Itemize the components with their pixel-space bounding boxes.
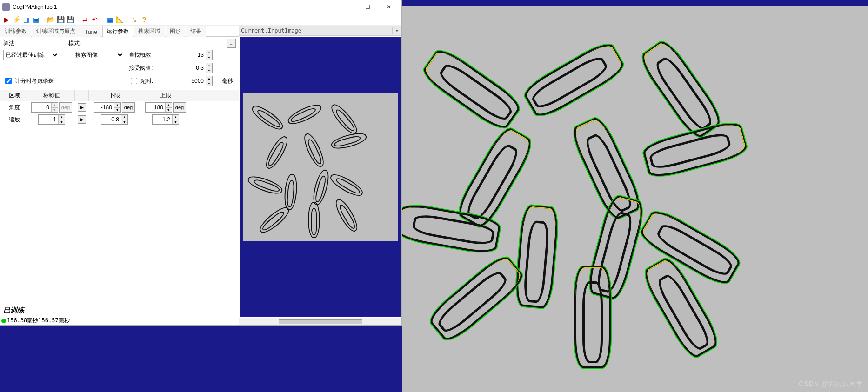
disk-icon[interactable]: ▣ xyxy=(32,15,40,24)
tab-5[interactable]: 图形 xyxy=(166,26,185,37)
paperclip-shape xyxy=(286,101,324,128)
accept-input[interactable] xyxy=(186,63,206,73)
detected-paperclip xyxy=(521,38,628,121)
paperclip-shape xyxy=(249,102,286,133)
collapse-button[interactable]: ⌄ xyxy=(227,39,236,48)
timeout-label: 超时: xyxy=(140,77,153,85)
mode-select[interactable]: 搜索图像 xyxy=(73,50,124,60)
algo-select[interactable]: 已经过最佳训练 xyxy=(3,50,59,60)
params-panel: 训练参数训练区域与原点Tune运行参数搜索区域图形结果 算法: 模式: ⌄ 已经… xyxy=(0,26,239,325)
numbers-icon[interactable]: ▦ xyxy=(106,15,114,24)
range-table: 区域标称值下限上限 角度▲▼deg▶▲▼deg▲▼deg缩放▲▼▶▲▼▲▼ xyxy=(0,90,239,126)
minimize-button[interactable]: — xyxy=(335,1,357,13)
timing-text: 156.38毫秒156.57毫秒 xyxy=(7,317,70,325)
save-icon[interactable]: 💾 xyxy=(56,15,65,24)
window-title: CogPMAlignTool1 xyxy=(13,4,335,10)
paperclip-shape xyxy=(301,131,327,169)
undo-icon[interactable]: ↶ xyxy=(91,15,99,24)
timing-status: 156.38毫秒156.57毫秒 xyxy=(0,316,239,325)
lightning-icon[interactable]: ⚡ xyxy=(12,15,20,24)
tab-1[interactable]: 训练区域与原点 xyxy=(32,26,80,37)
detected-paperclip xyxy=(425,252,527,346)
timeout-input[interactable] xyxy=(186,76,206,86)
nominal-spinner[interactable]: ▲▼ xyxy=(31,102,58,113)
lo-spinner[interactable]: ▲▼ xyxy=(101,114,128,125)
find-count-input[interactable] xyxy=(186,50,206,60)
col-header: 区域 xyxy=(0,90,28,101)
col-header: 上限 xyxy=(140,90,191,101)
page1-icon[interactable]: ▥ xyxy=(22,15,30,24)
tab-6[interactable]: 结果 xyxy=(186,26,206,37)
algo-label: 算法: xyxy=(3,40,68,47)
app-icon xyxy=(2,3,10,11)
image-source-label: Current.InputImage xyxy=(241,27,301,34)
tab-3[interactable]: 运行参数 xyxy=(102,26,133,37)
tab-0[interactable]: 训练参数 xyxy=(0,26,31,37)
input-image-canvas[interactable] xyxy=(240,37,401,317)
range-row-label: 缩放 xyxy=(0,116,28,124)
paperclip-shape xyxy=(308,202,320,238)
mode-label: 模式: xyxy=(68,40,129,47)
paperclip-shape xyxy=(262,134,291,172)
unit-button[interactable]: deg xyxy=(122,102,135,113)
detected-paperclip xyxy=(574,266,611,368)
open-icon[interactable]: 📂 xyxy=(47,15,55,24)
watermark-text: CSDN @郭贝贝同学 xyxy=(799,380,863,388)
lo-spinner[interactable]: ▲▼ xyxy=(94,102,121,113)
find-count-spinner[interactable]: ▲▼ xyxy=(186,50,213,60)
tool-window: CogPMAlignTool1 — ☐ ✕ ▶ ⚡ ▥ ▣ 📂 💾 💾 ⇄ ↶ … xyxy=(0,0,402,326)
output-image-canvas[interactable]: CSDN @郭贝贝同学 xyxy=(402,6,868,392)
toolbar: ▶ ⚡ ▥ ▣ 📂 💾 💾 ⇄ ↶ ▦ 📐 ↘ ? xyxy=(0,13,401,26)
paperclip-shape xyxy=(257,204,292,236)
score-noise-label: 计分时考虑杂斑 xyxy=(15,77,54,85)
range-row: 角度▲▼deg▶▲▼deg▲▼deg xyxy=(0,101,239,113)
accept-spinner[interactable]: ▲▼ xyxy=(186,63,213,73)
col-header: 下限 xyxy=(89,90,140,101)
paperclip-shape xyxy=(330,130,368,151)
nominal-spinner[interactable]: ▲▼ xyxy=(38,114,65,125)
unit-button[interactable]: deg xyxy=(173,102,186,113)
col-header: 标称值 xyxy=(28,90,75,101)
titlebar: CogPMAlignTool1 — ☐ ✕ xyxy=(0,0,401,13)
timeout-spinner[interactable]: ▲▼ xyxy=(186,76,213,86)
tab-2[interactable]: Tune xyxy=(80,27,101,37)
tab-4[interactable]: 搜索区域 xyxy=(134,26,165,37)
unit-button[interactable]: deg xyxy=(59,102,72,113)
image-scrollbar[interactable] xyxy=(239,318,401,325)
expand-row-button[interactable]: ▶ xyxy=(78,103,86,112)
paperclip-shape xyxy=(246,173,284,197)
detected-paperclip xyxy=(514,204,560,309)
range-row-label: 角度 xyxy=(0,104,28,112)
paperclip-shape xyxy=(328,101,361,137)
accept-label: 接受阈值: xyxy=(129,65,153,71)
tabstrip: 训练参数训练区域与原点Tune运行参数搜索区域图形结果 xyxy=(0,26,239,37)
expand-row-button[interactable]: ▶ xyxy=(78,115,86,124)
timeout-checkbox[interactable] xyxy=(131,78,137,84)
status-dot-icon xyxy=(1,319,6,323)
pointer-icon[interactable]: ↘ xyxy=(130,15,139,24)
hi-spinner[interactable]: ▲▼ xyxy=(152,114,179,125)
image-viewer-panel: Current.InputImage ▾ xyxy=(239,26,401,325)
col-header xyxy=(75,90,89,101)
maximize-button[interactable]: ☐ xyxy=(357,1,378,13)
find-count-label: 查找概数 xyxy=(129,52,151,58)
paperclip-shape xyxy=(283,173,299,211)
trained-status: 已训练 xyxy=(0,305,239,316)
detected-paperclip xyxy=(419,45,524,134)
paperclip-shape xyxy=(332,197,361,234)
swap-icon[interactable]: ⇄ xyxy=(81,15,89,24)
hi-spinner[interactable]: ▲▼ xyxy=(145,102,172,113)
save-as-icon[interactable]: 💾 xyxy=(66,15,74,24)
help-icon[interactable]: ? xyxy=(140,15,148,24)
close-button[interactable]: ✕ xyxy=(378,1,400,13)
score-noise-checkbox[interactable] xyxy=(5,78,12,84)
timeout-unit: 毫秒 xyxy=(222,78,233,84)
range-row: 缩放▲▼▶▲▼▲▼ xyxy=(0,113,239,126)
run-icon[interactable]: ▶ xyxy=(2,15,11,24)
paperclip-shape xyxy=(328,171,366,199)
paperclip-shape xyxy=(310,168,331,206)
ruler-icon[interactable]: 📐 xyxy=(115,15,124,24)
image-dropdown-icon[interactable]: ▾ xyxy=(392,27,401,34)
